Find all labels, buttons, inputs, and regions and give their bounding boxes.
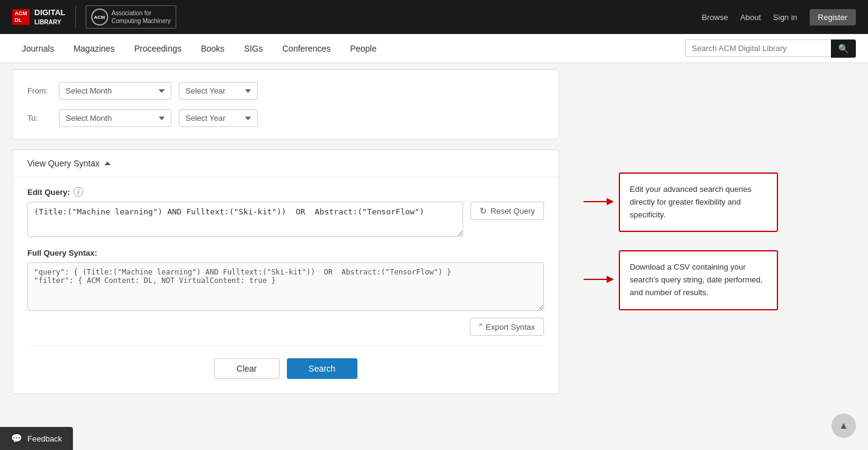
to-row: To: Select Month JanuaryFebruaryMarch Ap…	[27, 109, 544, 127]
from-label: From:	[27, 86, 52, 95]
register-button[interactable]: Register	[810, 9, 856, 26]
query-header-title: View Query Syntax	[27, 159, 100, 168]
books-link[interactable]: Books	[191, 35, 234, 62]
edit-query-textarea[interactable]: (Title:("Machine learning") AND Fulltext…	[27, 202, 463, 237]
search-icon-button[interactable]: 🔍	[831, 39, 856, 58]
to-label: To:	[27, 114, 52, 123]
signin-link[interactable]: Sign in	[773, 13, 797, 22]
from-year-select[interactable]: Select Year 202420232022 202120202019 20…	[179, 82, 258, 100]
logo-digital: DIGITAL	[35, 8, 66, 18]
full-query-label: Full Query Syntax:	[27, 248, 544, 257]
clear-button[interactable]: Clear	[214, 358, 279, 379]
full-query-textarea[interactable]: "query": { (Title:("Machine learning") A…	[27, 262, 544, 311]
logo-library: LIBRARY	[35, 18, 66, 26]
feedback-button[interactable]: 💬 Feedback	[0, 427, 73, 428]
people-link[interactable]: People	[340, 35, 387, 62]
acm-logo[interactable]: ACMDL DIGITAL LIBRARY	[12, 8, 66, 26]
from-row: From: Select Month JanuaryFebruaryMarch …	[27, 82, 544, 100]
acm-assoc-logo: ACM Association forComputing Machinery	[86, 5, 176, 29]
to-year-select[interactable]: Select Year 202420232022 202120202019 20…	[179, 109, 258, 127]
from-month-select[interactable]: Select Month JanuaryFebruaryMarch AprilM…	[59, 82, 171, 100]
to-month-select[interactable]: Select Month JanuaryFebruaryMarch AprilM…	[59, 109, 171, 127]
info-icon[interactable]: i	[74, 187, 83, 197]
top-nav: ACMDL DIGITAL LIBRARY ACM Association fo…	[0, 0, 868, 34]
chevron-up-icon	[105, 162, 111, 165]
reset-icon: ↻	[480, 206, 487, 216]
query-body: Edit Query: i (Title:("Machine learning"…	[13, 177, 559, 394]
search-bar: 🔍	[685, 39, 856, 58]
secondary-nav: Journals Magazines Proceedings Books SIG…	[0, 34, 868, 63]
query-header[interactable]: View Query Syntax	[13, 150, 559, 177]
arrow-2-icon	[584, 272, 614, 288]
edit-query-label-row: Edit Query: i	[27, 187, 544, 197]
action-row: Clear Search	[27, 356, 544, 384]
conferences-link[interactable]: Conferences	[273, 35, 340, 62]
search-input[interactable]	[685, 39, 831, 57]
sigs-link[interactable]: SIGs	[234, 35, 272, 62]
browse-link[interactable]: Browse	[701, 13, 728, 22]
proceedings-link[interactable]: Proceedings	[125, 35, 191, 62]
quote-icon: ”	[479, 322, 482, 332]
journals-link[interactable]: Journals	[12, 35, 64, 62]
annotation-box-1: Edit your advanced search queries direct…	[619, 172, 778, 232]
annotation-1: Edit your advanced search queries direct…	[584, 172, 778, 232]
arrow-1-icon	[584, 194, 614, 211]
edit-query-label: Edit Query:	[27, 188, 70, 197]
annotation-box-2: Download a CSV containing your search's …	[619, 250, 778, 310]
svg-marker-2	[607, 198, 614, 205]
export-syntax-button[interactable]: ” Export Syntax	[470, 318, 544, 336]
section-divider	[27, 346, 544, 346]
export-syntax-label: Export Syntax	[486, 322, 535, 332]
search-button[interactable]: Search	[287, 358, 357, 379]
annotation-2: Download a CSV containing your search's …	[584, 250, 778, 310]
magazines-link[interactable]: Magazines	[64, 35, 125, 62]
svg-marker-4	[607, 276, 614, 283]
reset-query-button[interactable]: ↻ Reset Query	[470, 202, 544, 220]
about-link[interactable]: About	[740, 13, 761, 22]
date-filter-section: From: Select Month JanuaryFebruaryMarch …	[12, 69, 559, 140]
query-section: View Query Syntax Edit Query: i (Title:(…	[12, 149, 559, 394]
reset-query-label: Reset Query	[491, 206, 535, 216]
